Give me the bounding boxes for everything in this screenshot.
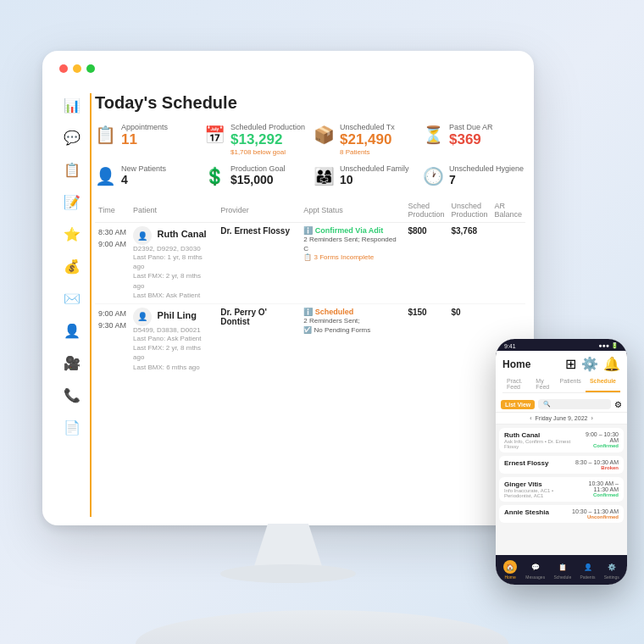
stat-unscheduled-hygiene: 🕐 Unscheduled Hygiene 7 bbox=[423, 164, 525, 186]
table-row: 9:00 AM 9:30 AM 👤 Phil Ling D5499, D3838… bbox=[95, 303, 525, 375]
stat-sched-prod-value: $13,292 bbox=[230, 131, 305, 148]
stat-unsched-tx-label: Unscheduled Tx bbox=[340, 123, 395, 131]
traffic-light-yellow[interactable] bbox=[73, 64, 81, 73]
production-goal-icon: 💲 bbox=[204, 166, 225, 186]
col-time: Time bbox=[95, 198, 130, 223]
phone-nav-settings[interactable]: ⚙️ Settings bbox=[604, 560, 619, 580]
tab-my-feed[interactable]: My Feed bbox=[531, 375, 555, 392]
row1-time: 8:30 AM 9:00 AM bbox=[95, 223, 130, 304]
sidebar: 📊 💬 📋 📝 ⭐ 💰 ✉️ 👤 🎥 📞 📄 bbox=[56, 93, 88, 439]
tab-schedule[interactable]: Schedule bbox=[586, 375, 620, 392]
schedule-table: Time Patient Provider Appt Status SchedP… bbox=[95, 198, 525, 375]
stat-unsched-family-label: Unscheduled Family bbox=[340, 164, 409, 173]
messages-nav-icon: 💬 bbox=[529, 560, 542, 574]
stat-scheduled-production: 📅 Scheduled Production $13,292 $1,708 be… bbox=[204, 123, 307, 156]
stat-past-due-ar: ⏳ Past Due AR $369 bbox=[423, 123, 525, 156]
phone-nav-messages[interactable]: 💬 Messages bbox=[525, 560, 545, 580]
monitor-base bbox=[220, 564, 356, 583]
phone-nav-patients[interactable]: 👤 Patients bbox=[580, 560, 595, 580]
stat-unscheduled-tx: 📦 Unscheduled Tx $21,490 8 Patients bbox=[314, 123, 416, 156]
row2-time: 9:00 AM 9:30 AM bbox=[95, 303, 130, 375]
pedestal bbox=[136, 610, 508, 644]
monitor-stand bbox=[254, 524, 322, 566]
phone-header: Home ⊞ ⚙️ 🔔 Pract. Feed My Feed Patients… bbox=[496, 351, 627, 397]
row1-unsched-prod: $3,768 bbox=[447, 223, 491, 304]
sidebar-icon-video[interactable]: 🎥 bbox=[60, 351, 84, 375]
phone-app-title: Home bbox=[502, 358, 530, 370]
stats-row-2: 👤 New Patients 4 💲 Production Goal $15,0… bbox=[95, 164, 525, 186]
phone-date-nav: ‹ Friday June 9, 2022 › bbox=[496, 413, 627, 425]
phone-appt-item[interactable]: Annie Steshia 10:30 – 11:30 AM Unconfirm… bbox=[499, 505, 624, 523]
phone-filter-icon[interactable]: ⚙ bbox=[614, 400, 622, 409]
traffic-light-red[interactable] bbox=[59, 64, 68, 73]
patients-nav-icon: 👤 bbox=[581, 560, 595, 574]
col-appt-status: Appt Status bbox=[300, 198, 404, 223]
sidebar-icon-analytics[interactable]: 📊 bbox=[60, 93, 84, 117]
col-patient: Patient bbox=[130, 198, 217, 223]
col-provider: Provider bbox=[217, 198, 300, 223]
row1-ar-balance bbox=[491, 223, 525, 304]
patient-avatar: 👤 bbox=[133, 308, 152, 326]
stat-appointments: 📋 Appointments 11 bbox=[95, 123, 197, 156]
stat-unsched-family-value: 10 bbox=[340, 173, 409, 186]
phone-appt-item[interactable]: Ruth Canal Ask Info, Confirm • Dr. Ernes… bbox=[499, 428, 624, 452]
phone-header-icons: ⊞ ⚙️ 🔔 bbox=[565, 356, 620, 372]
col-ar-balance: ARBalance bbox=[491, 198, 525, 223]
stats-row-1: 📋 Appointments 11 📅 Scheduled Production… bbox=[95, 123, 525, 156]
col-sched-prod: SchedProduction bbox=[404, 198, 447, 223]
sidebar-icon-patients[interactable]: 👤 bbox=[60, 319, 84, 342]
traffic-light-green[interactable] bbox=[86, 64, 95, 73]
phone-screen: 9:41 ●●● 🔋 Home ⊞ ⚙️ 🔔 Pract. Feed My Fe… bbox=[496, 339, 627, 585]
phone-bottom-nav: 🏠 Home 💬 Messages 📋 Schedule 👤 Patients … bbox=[496, 555, 627, 585]
unsched-tx-icon: 📦 bbox=[314, 125, 335, 145]
phone-appt-item[interactable]: Ernest Flossy 8:30 – 10:30 AM Broken bbox=[499, 456, 624, 474]
date-prev-icon[interactable]: ‹ bbox=[530, 415, 531, 421]
phone-settings-icon[interactable]: ⚙️ bbox=[581, 356, 598, 372]
phone-nav-schedule[interactable]: 📋 Schedule bbox=[553, 560, 571, 580]
date-next-icon[interactable]: › bbox=[591, 415, 592, 421]
stat-new-patients-label: New Patients bbox=[121, 164, 166, 173]
phone-nav-home[interactable]: 🏠 Home bbox=[503, 560, 517, 580]
list-view-button[interactable]: List View bbox=[501, 400, 535, 409]
stat-unsched-tx-sub: 8 Patients bbox=[340, 148, 395, 156]
row1-patient[interactable]: 👤 Ruth Canal D2392, D9292, D3030 Last Pa… bbox=[130, 223, 217, 304]
stat-appointments-label: Appointments bbox=[121, 123, 168, 131]
stat-past-due-value: $369 bbox=[449, 131, 493, 148]
sidebar-divider bbox=[90, 93, 92, 517]
phone-appt-item[interactable]: Ginger Vitis Info Inaccurate, AC1 • Peri… bbox=[499, 477, 624, 502]
row2-status: ℹ️ Scheduled 2 Reminders Sent; ☑️ No Pen… bbox=[300, 303, 404, 375]
sidebar-icon-notes[interactable]: 📝 bbox=[60, 190, 84, 214]
sidebar-icon-billing[interactable]: 💰 bbox=[60, 254, 84, 278]
sidebar-icon-documents[interactable]: 📄 bbox=[60, 415, 84, 439]
sidebar-icon-records[interactable]: 📋 bbox=[60, 158, 84, 181]
phone: 9:41 ●●● 🔋 Home ⊞ ⚙️ 🔔 Pract. Feed My Fe… bbox=[496, 339, 627, 585]
table-row: 8:30 AM 9:00 AM 👤 Ruth Canal D2392, D929… bbox=[95, 223, 525, 304]
row2-sched-prod: $150 bbox=[404, 303, 447, 375]
row2-patient[interactable]: 👤 Phil Ling D5499, D3838, D0021 Last Pan… bbox=[130, 303, 217, 375]
patient-avatar: 👤 bbox=[133, 226, 152, 245]
home-nav-icon: 🏠 bbox=[503, 560, 517, 574]
settings-nav-icon: ⚙️ bbox=[605, 560, 619, 574]
tab-patients[interactable]: Patients bbox=[556, 375, 586, 392]
sidebar-icon-email[interactable]: ✉️ bbox=[60, 286, 84, 310]
phone-appointments-list: Ruth Canal Ask Info, Confirm • Dr. Ernes… bbox=[496, 425, 627, 555]
unsched-hygiene-icon: 🕐 bbox=[423, 166, 444, 186]
unsched-family-icon: 👨‍👩‍👧 bbox=[314, 166, 335, 186]
new-patients-icon: 👤 bbox=[95, 166, 116, 186]
row2-provider: Dr. Perry O' Dontist bbox=[217, 303, 300, 375]
row1-provider: Dr. Ernest Flossy bbox=[217, 223, 300, 304]
phone-grid-icon[interactable]: ⊞ bbox=[565, 356, 576, 372]
tab-pract-feed[interactable]: Pract. Feed bbox=[502, 375, 531, 392]
phone-search[interactable]: 🔍 bbox=[538, 399, 611, 409]
stat-production-goal: 💲 Production Goal $15,000 bbox=[204, 164, 307, 186]
phone-notification-icon[interactable]: 🔔 bbox=[603, 356, 620, 372]
sidebar-icon-messages[interactable]: 💬 bbox=[60, 125, 84, 149]
page-title: Today's Schedule bbox=[95, 93, 525, 113]
schedule-nav-icon: 📋 bbox=[556, 560, 569, 574]
phone-signal: ●●● 🔋 bbox=[598, 342, 619, 349]
sidebar-icon-phone[interactable]: 📞 bbox=[60, 383, 84, 407]
sidebar-icon-favorites[interactable]: ⭐ bbox=[60, 222, 84, 246]
monitor: 📊 💬 📋 📝 ⭐ 💰 ✉️ 👤 🎥 📞 📄 Today's Schedule bbox=[42, 51, 534, 525]
stat-appointments-value: 11 bbox=[121, 131, 168, 148]
phone-time: 9:41 bbox=[504, 343, 516, 349]
